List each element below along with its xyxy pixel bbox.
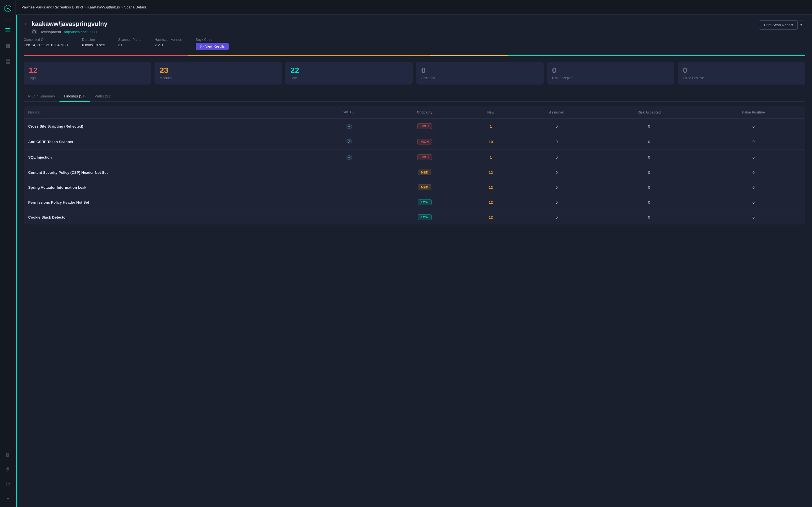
col-false-positive: False Positive — [702, 106, 805, 119]
sidebar-icon-menu[interactable] — [3, 25, 13, 35]
false-positive-cell: 0 — [702, 180, 805, 195]
stat-label: False Positive — [683, 76, 800, 80]
tab-plugin-summary[interactable]: Plugin Summary — [24, 91, 59, 102]
criticality-badge: LOW — [418, 200, 432, 205]
svg-rect-7 — [8, 46, 10, 48]
risk-accepted-cell: 0 — [596, 150, 702, 165]
sast-cell — [313, 119, 385, 134]
meta-duration: Duration 6 mins 18 sec — [82, 38, 105, 50]
criticality-cell: HIGH — [385, 150, 465, 165]
sast-cell — [313, 134, 385, 150]
print-scan-report-dropdown[interactable]: ▾ — [797, 20, 805, 29]
stat-number: 0 — [552, 66, 669, 74]
sidebar-divider — [4, 19, 12, 19]
false-positive-cell: 0 — [702, 150, 805, 165]
table-row[interactable]: Anti CSRF Token Scanner HIGH 10 0 0 0 — [24, 134, 805, 150]
sidebar-icon-bell[interactable] — [3, 464, 13, 474]
svg-rect-1 — [5, 28, 10, 29]
new-cell: 1 — [465, 119, 517, 134]
env-url[interactable]: http://localhost:9000 — [64, 30, 97, 34]
criticality-cell: LOW — [385, 210, 465, 225]
topnav: Pawnee Parks and Recreation District > K… — [16, 0, 812, 15]
table-row[interactable]: SQL Injection HIGH 1 0 0 0 — [24, 150, 805, 165]
table-row[interactable]: Spring Actuator Information Leak MED 12 … — [24, 180, 805, 195]
meta-row: Completed On Feb 14, 2022 at 10:04 MDT D… — [24, 38, 805, 50]
svg-rect-8 — [6, 59, 8, 61]
col-sast: SAST ⓘ — [313, 106, 385, 119]
sast-cell — [313, 180, 385, 195]
stat-label: Assigned — [421, 76, 539, 80]
criticality-cell: HIGH — [385, 119, 465, 134]
table-row[interactable]: Content Security Policy (CSP) Header Not… — [24, 165, 805, 180]
svg-rect-2 — [5, 30, 10, 31]
stat-number: 0 — [683, 66, 800, 74]
criticality-cell: MED — [385, 180, 465, 195]
assigned-cell: 0 — [517, 150, 597, 165]
svg-point-14 — [200, 45, 203, 48]
breadcrumb-part-2: KaaKaWW.github.io — [87, 5, 120, 9]
page-title: kaakaww/javaspringvulny — [32, 20, 107, 27]
findings-table: Finding SAST ⓘ Criticality New Assigned … — [24, 106, 805, 224]
progress-medium — [188, 55, 430, 56]
sast-cell — [313, 150, 385, 165]
assigned-cell: 0 — [517, 195, 597, 210]
print-scan-report-button[interactable]: Print Scan Report — [759, 20, 797, 30]
new-cell: 12 — [465, 165, 517, 180]
svg-rect-10 — [6, 62, 8, 64]
content-area: ← kaakaww/javaspringvulny Development ht… — [16, 15, 812, 507]
col-finding: Finding — [24, 106, 313, 119]
progress-low — [430, 55, 508, 56]
stat-card-high: 12 High — [24, 62, 151, 84]
criticality-badge: MED — [418, 184, 432, 190]
risk-accepted-cell: 0 — [596, 210, 702, 225]
criticality-cell: HIGH — [385, 134, 465, 150]
meta-completed-on-value: Feb 14, 2022 at 10:04 MDT — [24, 43, 68, 47]
breadcrumb: Pawnee Parks and Recreation District > K… — [21, 5, 147, 9]
criticality-badge: MED — [418, 170, 432, 175]
meta-hawkscan-value: 2.2.0 — [155, 43, 182, 47]
sidebar-icon-expand[interactable]: » — [3, 494, 13, 504]
risk-accepted-cell: 0 — [596, 134, 702, 150]
sidebar-icon-book[interactable] — [3, 450, 13, 460]
table-header-row: Finding SAST ⓘ Criticality New Assigned … — [24, 106, 805, 119]
stat-number: 12 — [29, 66, 146, 74]
svg-rect-4 — [6, 44, 8, 46]
risk-accepted-cell: 0 — [596, 165, 702, 180]
snyk-icon — [200, 45, 204, 48]
stat-label: Risk Accepted — [552, 76, 669, 80]
stat-card-false-positive: 0 False Positive — [678, 62, 805, 84]
meta-completed-on: Completed On Feb 14, 2022 at 10:04 MDT — [24, 38, 68, 50]
stats-row: 12 High 23 Medium 22 Low 0 Assigned 0 Ri… — [24, 62, 805, 84]
stat-card-medium: 23 Medium — [154, 62, 282, 84]
meta-scanned-paths-value: 31 — [118, 43, 141, 47]
table-row[interactable]: Permissions Policy Header Not Set LOW 12… — [24, 195, 805, 210]
meta-scanned-paths: Scanned Paths 31 — [118, 38, 141, 50]
finding-name: SQL Injection — [24, 150, 313, 165]
meta-hawkscan-label: Hawkscan version — [155, 38, 182, 42]
svg-point-20 — [349, 155, 350, 156]
meta-snyk-label: Snyk Code — [196, 38, 229, 42]
sast-info-icon: ⓘ — [352, 111, 355, 114]
sidebar-icon-badge[interactable] — [3, 479, 13, 489]
table-row[interactable]: Cross Site Scripting (Reflected) HIGH 1 … — [24, 119, 805, 134]
main-content: Pawnee Parks and Recreation District > K… — [16, 0, 812, 507]
env-icon — [32, 29, 37, 34]
breadcrumb-part-3: Scans Details — [124, 5, 146, 9]
sidebar-icon-grid[interactable] — [3, 57, 13, 67]
new-cell: 12 — [465, 180, 517, 195]
new-cell: 12 — [465, 210, 517, 225]
svg-rect-9 — [8, 59, 10, 61]
table-row[interactable]: Cookie Slack Detector LOW 12 0 0 0 — [24, 210, 805, 225]
tab-paths--31-[interactable]: Paths (31) — [90, 91, 116, 102]
stat-number: 23 — [160, 66, 277, 74]
severity-progress-bar — [24, 55, 805, 56]
back-button[interactable]: ← — [24, 21, 29, 26]
sidebar-icon-layers[interactable] — [3, 41, 13, 51]
criticality-badge: HIGH — [417, 123, 432, 129]
view-results-label: View Results — [205, 45, 225, 48]
view-results-button[interactable]: View Results — [196, 43, 229, 50]
criticality-cell: MED — [385, 165, 465, 180]
tab-findings--57-[interactable]: Findings (57) — [59, 91, 90, 102]
svg-point-16 — [349, 124, 350, 125]
svg-point-18 — [349, 140, 350, 141]
